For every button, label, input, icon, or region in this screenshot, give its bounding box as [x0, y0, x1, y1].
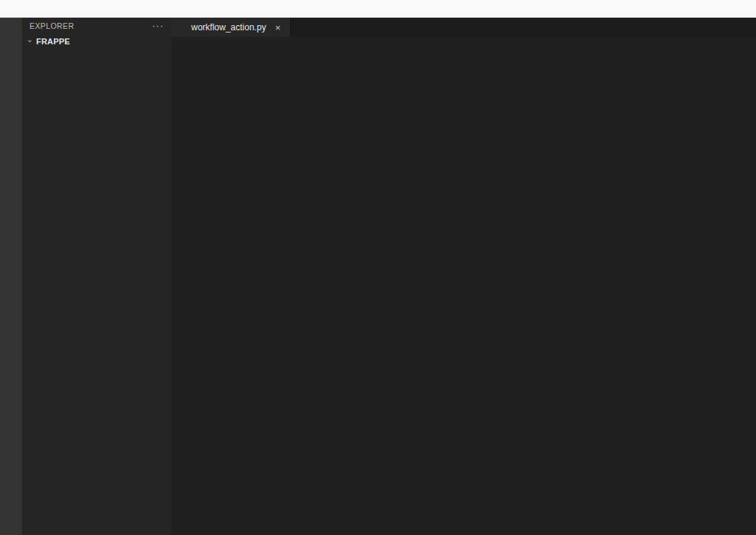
file-tree	[22, 48, 171, 535]
explorer-more-actions-button[interactable]: ···	[152, 22, 164, 30]
main-area: EXPLORER ··· › FRAPPE workflow_action.py…	[0, 18, 756, 535]
tab-workflow-action-py[interactable]: workflow_action.py ×	[171, 18, 291, 37]
chevron-down-icon: ›	[25, 36, 35, 46]
explorer-header: EXPLORER ···	[22, 18, 171, 34]
code-editor[interactable]	[171, 49, 756, 535]
section-label: FRAPPE	[36, 37, 70, 46]
tab-label: workflow_action.py	[191, 22, 266, 33]
explorer-sidebar: EXPLORER ··· › FRAPPE	[22, 18, 171, 535]
menu-bar	[0, 0, 756, 18]
close-icon[interactable]: ×	[272, 22, 284, 33]
editor-group: workflow_action.py ×	[171, 18, 756, 535]
breadcrumb	[171, 37, 756, 49]
section-header-frappe[interactable]: › FRAPPE	[22, 34, 171, 48]
activity-bar	[0, 18, 22, 535]
vscode-window: EXPLORER ··· › FRAPPE workflow_action.py…	[0, 0, 756, 535]
tab-bar: workflow_action.py ×	[171, 18, 756, 37]
explorer-title: EXPLORER	[30, 21, 74, 30]
